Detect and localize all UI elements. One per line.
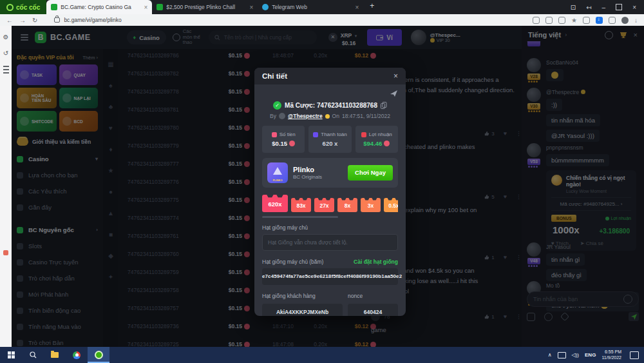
bet-datetime: 18:47:51, 9/11/2022 <box>342 113 390 119</box>
stat-profit: Lợi nhuận $94.46 <box>355 126 398 153</box>
taskbar-clock[interactable]: 6:55 PM 11/9/2022 <box>601 349 621 360</box>
minimize-button[interactable]: – <box>602 4 606 11</box>
game-provider: BC Originals <box>293 174 322 180</box>
bookmark-star-icon[interactable]: ★ <box>571 17 577 24</box>
close-tab-icon[interactable]: × <box>249 4 253 11</box>
share-icon[interactable] <box>558 17 565 24</box>
server-seed-hash-label: Hạt giống máy chủ (băm) <box>262 259 323 265</box>
tab-plinko-challenge[interactable]: $2,500 Prestige Plinko Chall × <box>152 0 258 14</box>
save-page-icon[interactable] <box>533 17 540 24</box>
tab-telegram[interactable]: Telegram Web × <box>258 0 363 14</box>
new-tab-button[interactable]: + <box>363 0 381 14</box>
taskbar-search-button[interactable] <box>22 347 44 363</box>
multiplier-chip[interactable]: 83x <box>291 198 311 212</box>
verified-check-icon: ✓ <box>273 101 281 110</box>
network-icon[interactable] <box>558 352 566 358</box>
close-modal-icon[interactable]: × <box>393 72 398 81</box>
reload-button[interactable]: ↻ <box>32 17 37 24</box>
history-icon[interactable]: ↺ <box>3 50 8 57</box>
window-controls: ⊡ ↤ – × <box>571 0 644 14</box>
browser-sidebar-strip: ⚙ ↺ <box>0 26 12 347</box>
start-button[interactable] <box>0 347 22 363</box>
hot-news-icon[interactable] <box>3 250 8 255</box>
translate-icon[interactable] <box>545 17 553 24</box>
telegram-favicon <box>262 4 269 10</box>
multiplier-chip[interactable]: 620x <box>262 195 288 212</box>
game-row: Plinko BC Originals Chơi Ngay <box>262 158 398 188</box>
server-seed-input[interactable]: Hạt Giống vẫn chưa được tiết lộ. <box>262 234 398 251</box>
payout-icon <box>313 132 318 137</box>
set-seed-link[interactable]: Cài đặt hạt giống <box>354 259 398 265</box>
url-text[interactable]: bc.game/vi/game/plinko <box>64 17 121 23</box>
multiplier-chip[interactable]: 27x <box>314 198 334 212</box>
multiplier-chip[interactable]: 8x <box>337 198 357 212</box>
download-active-icon[interactable] <box>596 17 603 24</box>
back-button[interactable]: ← <box>6 17 13 24</box>
settings-gear-icon[interactable]: ⚙ <box>3 34 9 41</box>
modal-title: Chi tiết <box>262 72 393 80</box>
play-now-button[interactable]: Chơi Ngay <box>348 165 393 181</box>
forward-button[interactable]: → <box>19 17 26 24</box>
multiplier-chip[interactable]: 3x <box>361 198 381 212</box>
windows-taskbar: ∧ ◁)) ENG 6:55 PM 11/9/2022 <box>0 347 644 363</box>
extension-icon[interactable] <box>609 17 616 24</box>
bet-stats: Số tiền $0.15 Thanh toán 620 x Lợi nhuận… <box>262 126 398 153</box>
downloads-icon[interactable]: ↓ <box>634 17 638 24</box>
reading-list-icon[interactable] <box>3 66 9 74</box>
bcgame-favicon <box>51 4 57 10</box>
action-center-icon[interactable] <box>630 351 639 359</box>
coin-icon <box>384 141 390 146</box>
copy-icon[interactable] <box>381 102 387 109</box>
tab-bcgame[interactable]: BC.Game: Crypto Casino Ga × <box>46 0 152 14</box>
browser-nav: ← → ↻ <box>0 17 44 24</box>
client-seed-value[interactable]: AkiA4XKKPJMXeNb <box>262 304 343 316</box>
coccoc-button[interactable] <box>88 347 109 363</box>
bet-user-link[interactable]: @Thespectre <box>288 113 323 119</box>
file-explorer-button[interactable] <box>44 347 66 363</box>
bcgame-favicon <box>156 4 163 10</box>
avatar <box>279 113 285 119</box>
browser-logo: cốc cốc <box>0 0 46 14</box>
plinko-thumbnail[interactable] <box>267 162 288 183</box>
share-bet-icon[interactable] <box>390 90 398 97</box>
server-seed-label: Hạt giống máy chủ <box>262 224 398 231</box>
modal-header: Chi tiết × <box>254 68 406 84</box>
bet-meta-row: By @Thespectre On 18:47:51, 9/11/2022 <box>262 113 398 119</box>
lock-icon[interactable] <box>54 17 60 23</box>
browser-brand-label: cốc cốc <box>16 4 40 11</box>
search-icon <box>30 351 37 358</box>
tab-title: Telegram Web <box>272 4 352 10</box>
bet-id: Mã Cược: 74762341103288768 <box>285 102 377 109</box>
volume-icon[interactable]: ◁)) <box>572 352 579 358</box>
browser-tabbar: cốc cốc BC.Game: Crypto Casino Ga × $2,5… <box>0 0 644 14</box>
system-tray: ∧ ◁)) ENG 6:55 PM 11/9/2022 <box>548 349 644 360</box>
amount-icon <box>272 132 277 137</box>
chrome-button[interactable] <box>66 347 88 363</box>
tab-title: BC.Game: Crypto Casino Ga <box>61 4 140 10</box>
pin-window-icon[interactable]: ↤ <box>586 4 591 11</box>
close-window-button[interactable]: × <box>632 4 636 11</box>
server-seed-hash-value[interactable]: e7c459474fa77ae5ce9e6218f5f8ceff4086f991… <box>262 268 398 285</box>
game-name: Plinko <box>293 166 322 174</box>
close-tab-icon[interactable]: × <box>355 4 359 11</box>
bcgame-site: B BC.GAME ♦ Casino Các môn thể thao Tên … <box>12 26 644 347</box>
chips-scrollbar[interactable] <box>262 216 338 218</box>
multiplier-chips: 620x 83x 27x 8x 3x 0.5x 0.2x 0.2x 0.2x 0… <box>262 194 398 212</box>
coin-icon <box>289 141 295 146</box>
reader-mode-icon[interactable]: ⊡ <box>571 4 576 11</box>
medal-icon <box>325 114 330 119</box>
client-seed-label: Hạt giống khách hàng <box>262 293 343 299</box>
maximize-button[interactable] <box>616 4 622 10</box>
stat-amount: Số tiền $0.15 <box>262 126 305 153</box>
profile-avatar-icon[interactable] <box>621 17 629 24</box>
stat-payout: Thanh toán 620 x <box>308 126 351 153</box>
multiplier-chip[interactable]: 0.5x <box>384 198 398 212</box>
tray-expand-icon[interactable]: ∧ <box>548 352 552 358</box>
tab-title: $2,500 Prestige Plinko Chall <box>166 4 246 10</box>
nonce-value[interactable]: 640424 <box>348 304 398 316</box>
profit-icon <box>361 132 366 137</box>
close-tab-icon[interactable]: × <box>144 4 147 11</box>
language-indicator[interactable]: ENG <box>585 352 596 358</box>
nonce-label: nonce <box>348 293 398 299</box>
shield-icon[interactable] <box>583 17 590 24</box>
